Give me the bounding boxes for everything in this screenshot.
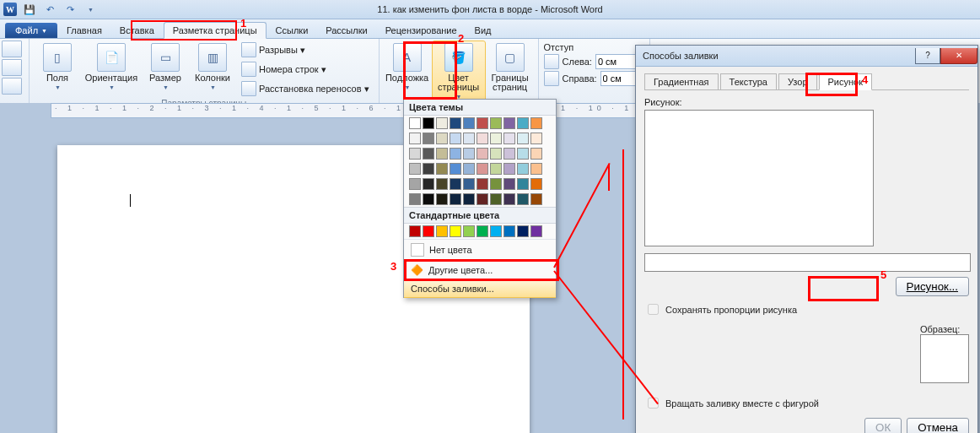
tab-view[interactable]: Вид [466, 23, 500, 38]
color-swatch[interactable] [409, 117, 421, 129]
color-swatch[interactable] [503, 148, 515, 160]
tab-review[interactable]: Рецензирование [377, 23, 466, 38]
color-swatch[interactable] [463, 178, 475, 190]
qat-save-button[interactable]: 💾 [20, 2, 39, 17]
color-swatch[interactable] [409, 163, 421, 175]
columns-button[interactable]: ▥Колонки▼ [190, 41, 235, 98]
color-swatch[interactable] [477, 148, 488, 160]
color-swatch[interactable] [517, 178, 529, 190]
theme-effects-icon[interactable] [2, 78, 22, 95]
hyphenation-button[interactable]: Расстановка переносов ▾ [237, 79, 374, 98]
dialog-tab-gradient[interactable]: Градиентная [644, 73, 719, 89]
color-swatch[interactable] [477, 225, 488, 237]
color-swatch[interactable] [409, 193, 421, 205]
color-swatch[interactable] [450, 193, 461, 205]
breaks-button[interactable]: Разрывы ▾ [237, 41, 374, 59]
color-swatch[interactable] [463, 117, 475, 129]
color-swatch[interactable] [436, 117, 448, 129]
page-borders-button[interactable]: ▢Границы страниц [487, 41, 533, 102]
color-swatch[interactable] [450, 225, 461, 237]
tab-insert[interactable]: Вставка [111, 23, 163, 38]
color-swatch[interactable] [503, 133, 515, 144]
color-swatch[interactable] [436, 225, 448, 237]
color-swatch[interactable] [503, 178, 515, 190]
color-swatch[interactable] [517, 193, 529, 205]
watermark-button[interactable]: AПодложка▼ [385, 41, 430, 102]
color-swatch[interactable] [490, 225, 502, 237]
size-button[interactable]: ▭Размер▼ [143, 41, 188, 98]
no-color-item[interactable]: Нет цвета [404, 239, 556, 260]
color-swatch[interactable] [517, 117, 529, 129]
color-swatch[interactable] [409, 225, 421, 237]
fill-effects-item[interactable]: Способы заливки... [404, 279, 556, 298]
color-swatch[interactable] [517, 163, 529, 175]
color-swatch[interactable] [423, 133, 434, 144]
line-numbers-button[interactable]: Номера строк ▾ [237, 60, 374, 78]
color-swatch[interactable] [436, 148, 448, 160]
color-swatch[interactable] [423, 163, 434, 175]
color-swatch[interactable] [477, 178, 488, 190]
color-swatch[interactable] [490, 178, 502, 190]
rotate-fill-checkbox[interactable]: Вращать заливку вместе с фигурой [644, 395, 969, 411]
dialog-help-button[interactable]: ? [915, 48, 940, 64]
color-swatch[interactable] [503, 225, 515, 237]
color-swatch[interactable] [490, 133, 502, 144]
orientation-button[interactable]: 📄Ориентация▼ [82, 41, 141, 98]
color-swatch[interactable] [409, 148, 421, 160]
qat-customize-button[interactable]: ▼ [81, 2, 100, 17]
color-swatch[interactable] [423, 178, 434, 190]
color-swatch[interactable] [530, 225, 542, 237]
color-swatch[interactable] [517, 225, 529, 237]
page-color-button[interactable]: 🪣Цвет страницы▼ [432, 41, 486, 102]
lock-aspect-checkbox[interactable]: Сохранять пропорции рисунка [644, 301, 969, 317]
color-swatch[interactable] [490, 193, 502, 205]
color-swatch[interactable] [409, 133, 421, 144]
color-swatch[interactable] [503, 117, 515, 129]
file-tab[interactable]: Файл▼ [5, 23, 57, 38]
color-swatch[interactable] [463, 225, 475, 237]
color-swatch[interactable] [530, 117, 542, 129]
color-swatch[interactable] [450, 117, 461, 129]
color-swatch[interactable] [477, 117, 488, 129]
dialog-tab-pattern[interactable]: Узор [778, 73, 817, 89]
color-swatch[interactable] [530, 133, 542, 144]
color-swatch[interactable] [530, 148, 542, 160]
color-swatch[interactable] [463, 148, 475, 160]
theme-fonts-icon[interactable] [2, 59, 22, 76]
color-swatch[interactable] [490, 117, 502, 129]
more-colors-item[interactable]: 🔶Другие цвета... [404, 260, 556, 279]
indent-left-input[interactable] [595, 54, 639, 69]
color-swatch[interactable] [450, 178, 461, 190]
color-swatch[interactable] [450, 133, 461, 144]
cancel-button[interactable]: Отмена [907, 418, 969, 433]
color-swatch[interactable] [503, 163, 515, 175]
color-swatch[interactable] [463, 193, 475, 205]
color-swatch[interactable] [530, 193, 542, 205]
color-swatch[interactable] [436, 178, 448, 190]
color-swatch[interactable] [477, 193, 488, 205]
color-swatch[interactable] [463, 133, 475, 144]
dialog-close-button[interactable]: ✕ [940, 48, 977, 64]
color-swatch[interactable] [517, 133, 529, 144]
dialog-tab-picture[interactable]: Рисунок [819, 73, 873, 90]
color-swatch[interactable] [517, 148, 529, 160]
ok-button[interactable]: ОК [864, 418, 902, 433]
select-picture-button[interactable]: Рисунок... [896, 277, 969, 296]
color-swatch[interactable] [423, 117, 434, 129]
tab-references[interactable]: Ссылки [267, 23, 317, 38]
color-swatch[interactable] [409, 178, 421, 190]
color-swatch[interactable] [477, 133, 488, 144]
color-swatch[interactable] [503, 193, 515, 205]
theme-colors-icon[interactable] [2, 41, 22, 57]
color-swatch[interactable] [423, 225, 434, 237]
tab-mailings[interactable]: Рассылки [317, 23, 375, 38]
tab-home[interactable]: Главная [58, 23, 110, 38]
color-swatch[interactable] [436, 193, 448, 205]
color-swatch[interactable] [423, 193, 434, 205]
margins-button[interactable]: ▯Поля▼ [35, 41, 80, 98]
color-swatch[interactable] [436, 133, 448, 144]
color-swatch[interactable] [463, 163, 475, 175]
dialog-tab-texture[interactable]: Текстура [720, 73, 777, 89]
color-swatch[interactable] [530, 163, 542, 175]
qat-redo-button[interactable]: ↷ [61, 2, 79, 17]
